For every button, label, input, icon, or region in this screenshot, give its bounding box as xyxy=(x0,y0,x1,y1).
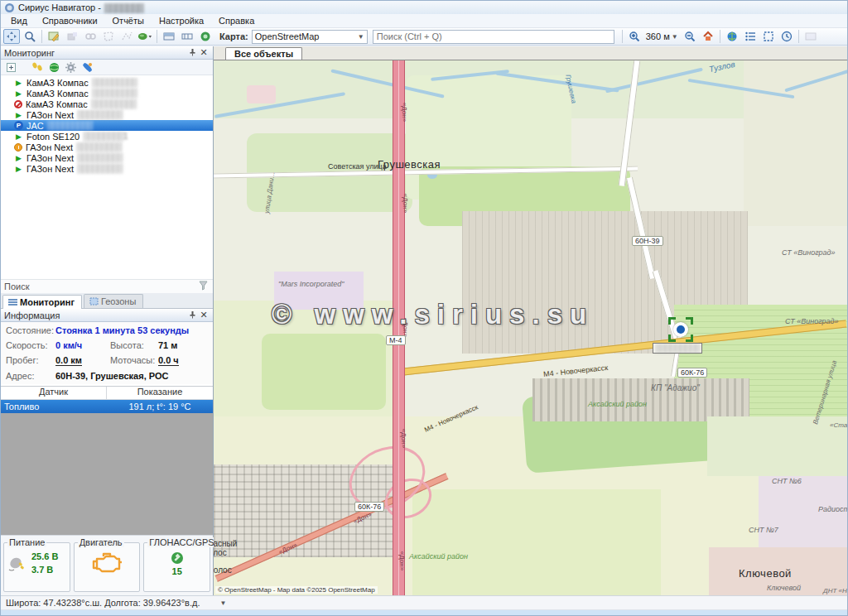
place-label: Радиострой xyxy=(818,505,847,513)
vehicle-plate: ▒▒▒▒▒▒▒▒▒ xyxy=(655,344,701,353)
message-panel-icon[interactable] xyxy=(802,29,819,44)
sensor-row[interactable]: Топливо 191 л; t°: 19 °C xyxy=(1,400,213,413)
globe-icon[interactable] xyxy=(724,29,740,44)
chevron-down-icon: ▼ xyxy=(358,33,364,41)
sirius-watermark: © www.sirius.su xyxy=(272,299,793,330)
tracks-icon[interactable] xyxy=(31,61,44,74)
zoom-in-icon[interactable] xyxy=(626,29,643,44)
legend-list-icon[interactable] xyxy=(742,29,759,44)
close-icon[interactable]: ✕ xyxy=(198,310,210,320)
road-name-label: «Дон» xyxy=(401,103,408,122)
clear-filter-icon[interactable] xyxy=(199,281,210,292)
polygon-icon xyxy=(89,297,99,306)
vehicle-plate: ▒▒▒▒▒▒▒▒▒ xyxy=(77,153,123,162)
vehicle-plate: ▒▒▒▒▒▒▒▒▒ xyxy=(91,99,137,108)
pin-icon[interactable] xyxy=(186,310,198,320)
events-icon[interactable] xyxy=(197,29,214,44)
engine-hours-label: Моточасы: xyxy=(110,355,158,366)
vehicle-row[interactable]: ▶ГАЗон Next▒▒▒▒▒▒▒▒▒ xyxy=(1,163,213,174)
map-select-label: Карта: xyxy=(219,31,248,41)
vehicle-row[interactable]: ▶ГАЗон Next▒▒▒▒▒▒▒▒▒ xyxy=(1,152,213,163)
vehicle-row-selected[interactable]: PJAC▒▒▒▒▒▒▒▒▒ xyxy=(1,120,213,131)
power-voltage-main: 25.6 В xyxy=(31,551,58,561)
application-window: Сириус Навигатор - ▒▒▒▒▒▒▒ Вид Справочни… xyxy=(0,0,848,616)
place-label-town: Грушевская xyxy=(378,158,441,171)
tab-geozones[interactable]: Геозоны xyxy=(84,294,143,308)
gps-gauge: ГЛОНАСС/GPS 15 xyxy=(143,542,210,592)
altitude-value: 71 м xyxy=(158,340,177,350)
vehicle-row[interactable]: КамАЗ Компас▒▒▒▒▒▒▒▒▒ xyxy=(1,99,213,109)
zoom-out-icon[interactable] xyxy=(682,29,698,44)
vehicle-row[interactable]: ▶Foton SE120▒▒▒▒▒▒▒▒1 xyxy=(1,131,213,142)
table-view-icon[interactable] xyxy=(161,29,177,44)
landcover-polygon xyxy=(262,334,386,410)
phone-route-icon[interactable] xyxy=(80,61,94,74)
chevron-down-icon[interactable]: ▼ xyxy=(219,599,226,607)
vehicle-row[interactable]: ▶КамАЗ Компас▒▒▒▒▒▒▒▒▒ xyxy=(1,77,213,88)
expand-all-icon[interactable] xyxy=(4,61,17,74)
tree-search-label: Поиск xyxy=(4,282,29,291)
list-icon xyxy=(8,298,17,306)
map-area: Все объекты xyxy=(214,46,847,595)
engine-label: Двигатель xyxy=(78,537,124,547)
map-canvas[interactable]: «Дон» «Дон» «Дон» «Дон» «Дон» «Дон» «Дон… xyxy=(214,60,847,595)
vehicle-marker[interactable] xyxy=(668,317,693,342)
map-scale-select[interactable]: 360 м ▼ xyxy=(643,31,681,41)
state-label: Состояние: xyxy=(6,325,55,335)
place-label: КП "Адажио" xyxy=(651,383,700,392)
vehicle-row[interactable]: ГАЗон Next▒▒▒▒▒▒▒▒▒ xyxy=(1,142,213,152)
geozones-globe-icon[interactable] xyxy=(47,61,60,74)
road-name-label: «Дон» xyxy=(398,551,406,570)
sensor-value: 191 л; t°: 19 °C xyxy=(107,402,213,411)
menu-vid[interactable]: Вид xyxy=(4,15,34,26)
draw-polyline-icon[interactable] xyxy=(118,29,135,44)
menu-spravochniki[interactable]: Справочники xyxy=(36,15,104,26)
status-moving-icon: ▶ xyxy=(14,132,23,141)
place-label: Красный Колос xyxy=(214,539,253,557)
sensor-col-name: Датчик xyxy=(1,387,107,399)
vehicle-row[interactable]: ▶КамАЗ Компас▒▒▒▒▒▒▒▒▒ xyxy=(1,88,213,99)
engine-icon xyxy=(90,551,123,575)
power-voltage-backup: 3.7 В xyxy=(31,565,58,575)
speed-label: Скорость: xyxy=(6,340,55,350)
status-moving-icon: ▶ xyxy=(14,89,23,98)
place-label: ДНТ «На… xyxy=(823,587,847,594)
add-object-icon[interactable] xyxy=(64,29,80,44)
track-filter-icon[interactable] xyxy=(137,29,153,44)
timeline-view-icon[interactable] xyxy=(179,29,195,44)
zoom-tool-icon[interactable] xyxy=(22,29,38,44)
history-clock-icon[interactable] xyxy=(778,29,795,44)
menu-otchety[interactable]: Отчёты xyxy=(106,15,151,26)
pan-tool-icon[interactable] xyxy=(3,29,20,44)
vehicle-marker-plate: ▒▒▒▒▒▒▒▒▒ xyxy=(653,343,702,354)
status-moving-icon: ▶ xyxy=(14,153,23,162)
menu-spravka[interactable]: Справка xyxy=(212,15,261,26)
link-object-icon[interactable] xyxy=(82,29,99,44)
map-tab-all-objects[interactable]: Все объекты xyxy=(225,47,302,60)
draw-polygon-icon[interactable] xyxy=(100,29,117,44)
vehicle-tree: ▶КамАЗ Компас▒▒▒▒▒▒▒▒▒ ▶КамАЗ Компас▒▒▒▒… xyxy=(1,75,213,279)
road-shield-60k76: 60К-76 xyxy=(354,502,384,512)
close-icon[interactable]: ✕ xyxy=(198,47,210,58)
sensor-table-empty xyxy=(1,413,213,535)
gear-icon[interactable] xyxy=(64,61,77,74)
sensor-table: Датчик Показание Топливо 191 л; t°: 19 °… xyxy=(1,386,213,535)
vehicle-name: ГАЗон Next xyxy=(26,110,74,120)
map-provider-select[interactable]: OpenStreetMap ▼ xyxy=(252,30,368,44)
status-moving-icon: ▶ xyxy=(14,110,23,119)
menu-nastroyka[interactable]: Настройка xyxy=(152,15,210,26)
landcover-polygon xyxy=(412,489,661,595)
state-value: Стоянка 1 минута 53 секунды xyxy=(55,325,189,335)
global-search-input[interactable] xyxy=(373,30,614,44)
vehicle-plate: ▒▒▒▒▒▒▒▒▒ xyxy=(92,89,137,98)
edit-map-icon[interactable] xyxy=(46,29,62,44)
altitude-label: Высота: xyxy=(110,340,158,350)
vehicle-row[interactable]: ▶ГАЗон Next▒▒▒▒▒▒▒▒▒ xyxy=(1,109,213,120)
window-title: Сириус Навигатор - xyxy=(18,2,101,12)
pin-icon[interactable] xyxy=(186,48,198,58)
home-view-icon[interactable] xyxy=(700,29,716,44)
select-region-icon[interactable] xyxy=(760,29,777,44)
place-label: СТ «Виноград» xyxy=(782,248,836,257)
tab-monitoring[interactable]: Мониторинг xyxy=(2,295,82,309)
sensor-name: Топливо xyxy=(1,402,107,411)
